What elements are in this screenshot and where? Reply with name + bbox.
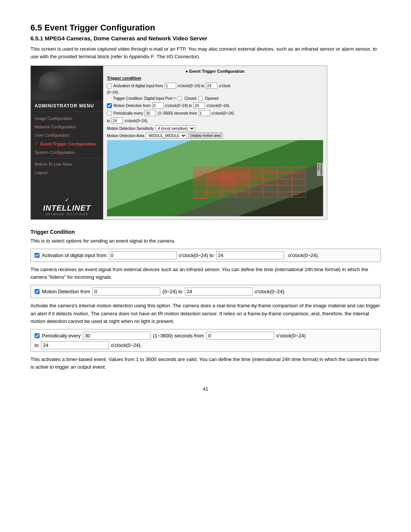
motion-to-input[interactable] — [193, 102, 205, 109]
camera-preview: onnectionermin — [107, 140, 323, 216]
activation-oclock2: o'clock — [219, 84, 230, 88]
trigger-condition-text: This is to select options for sending an… — [30, 237, 381, 245]
activation-suffix: (0~24). — [107, 90, 119, 94]
periodic-to-suffix: o'clock(0~24). — [124, 119, 148, 123]
opened-label: Opened — [205, 96, 219, 101]
periodic-to-row: to o'clock(0~24). — [107, 118, 323, 124]
motion-description: Activate the camera's internal motion de… — [30, 302, 381, 325]
area-row: Motion Detection Area MIDDLE_MIDDLE Disp… — [107, 133, 323, 139]
periodic-info-row1: Periodically every (1~3600) seconds from… — [35, 332, 376, 340]
sidebar-logo: ✓ INTELLINET NETWORK SOLUTIONS — [31, 193, 103, 219]
periodic-box-every[interactable] — [83, 332, 151, 340]
motion-label: Motion Detection from — [113, 104, 151, 108]
panel-title: Event Trigger Configuration — [107, 69, 323, 73]
periodic-box-suffix: o'clock(0~24). — [111, 342, 142, 348]
camera-image — [31, 66, 103, 100]
periodic-oclock: o'clock(0~24) — [212, 111, 234, 115]
periodic-box-to-label: to — [35, 342, 39, 348]
section-title: 6.5 Event Trigger Configuration — [30, 23, 381, 33]
motion-info-box: Motion Detection from (0~24) to o'clock(… — [30, 285, 381, 298]
motion-row: Motion Detection from o'clock(0~24) to o… — [107, 102, 323, 109]
intro-text: This screen is used to receive captured … — [30, 45, 381, 60]
activation-oclock1: o'clock(0~24) to — [178, 84, 205, 88]
sensitivity-row: Motion Detection Sensitivity 4 (most sen… — [107, 125, 323, 131]
periodic-description: This activates a timer-based event. Valu… — [30, 356, 381, 371]
periodic-box-oclock: o'clock(0~24) — [276, 333, 306, 339]
periodic-box-from[interactable] — [206, 332, 274, 340]
sidebar-divider — [31, 158, 103, 158]
camera-silhouette — [38, 72, 69, 94]
activation-box-to[interactable] — [216, 251, 284, 259]
sidebar: Administrator Menu Image Configuration N… — [31, 66, 103, 219]
preview-side-text: onnectionermin — [317, 163, 323, 176]
ui-screenshot: Administrator Menu Image Configuration N… — [30, 66, 327, 220]
activation-box-label: Activation of digital input from — [42, 252, 107, 258]
sidebar-item-network-config[interactable]: Network Configuration — [31, 123, 103, 131]
periodic-to-label: to — [107, 119, 110, 123]
closed-radio[interactable] — [177, 96, 182, 101]
sidebar-item-system-config[interactable]: System Configuration — [31, 148, 103, 157]
opened-radio[interactable] — [198, 96, 203, 101]
trigger-condition-label: Trigger condition — [107, 76, 323, 80]
periodic-checkbox[interactable] — [107, 111, 112, 116]
sensitivity-label: Motion Detection Sensitivity — [107, 126, 154, 131]
periodic-box-checkbox[interactable] — [35, 333, 40, 338]
closed-label: Closed — [184, 96, 196, 101]
logo-checkmark: ✓ — [35, 197, 99, 203]
motion-from-input[interactable] — [152, 102, 164, 109]
periodic-info-box: Periodically every (1~3600) seconds from… — [30, 329, 381, 352]
activation-box-suffix: o'clock(0~24). — [288, 252, 319, 258]
motion-box-from[interactable] — [92, 288, 160, 296]
periodic-from-input[interactable] — [199, 110, 210, 116]
page-number: 41 — [30, 386, 381, 392]
intellinet-logo-text: INTELLINET — [35, 204, 99, 212]
activation-box-from[interactable] — [109, 251, 177, 259]
motion-grid — [193, 167, 306, 199]
periodic-val-input[interactable] — [145, 110, 156, 116]
area-select[interactable]: MIDDLE_MIDDLE — [146, 133, 187, 139]
subsection-title: 6.5.1 MPEG4 Cameras, Dome Cameras and Ne… — [30, 35, 381, 42]
periodic-info-row2: to o'clock(0~24). — [35, 341, 376, 349]
sidebar-item-user-config[interactable]: User Configuration — [31, 131, 103, 139]
periodic-box-label: Periodically every — [42, 333, 81, 339]
activation-to-input[interactable] — [206, 83, 217, 89]
trigger-condition-heading: Trigger Condition — [30, 229, 381, 235]
sidebar-item-logout[interactable]: Logout — [31, 168, 103, 177]
motion-box-checkbox[interactable] — [35, 289, 40, 294]
periodic-to-input[interactable] — [112, 118, 123, 124]
periodic-box-range: (1~3600) seconds from — [153, 333, 204, 339]
motion-box-to[interactable] — [185, 288, 253, 296]
sidebar-nav: Image Configuration Network Configuratio… — [31, 112, 103, 179]
trigger-port-row: Trigger Condition: Digital Input Port = … — [107, 96, 323, 101]
periodic-box-to[interactable] — [41, 341, 109, 349]
opened-radio-label: Opened — [198, 96, 219, 101]
activation-info-box: Activation of digital input from o'clock… — [30, 249, 381, 262]
activation-box-oclock: o'clock(0~24) to — [179, 252, 214, 258]
area-label: Motion Detection Area — [107, 134, 144, 138]
motion-suffix: o'clock(0~24). — [206, 104, 230, 108]
camera-preview-image: onnectionermin — [107, 140, 323, 216]
periodic-label: Periodically every — [113, 111, 143, 115]
activation-row: Activation of digital input from o'clock… — [107, 83, 323, 89]
activation-suffix-row: (0~24). — [107, 90, 323, 94]
motion-box-suffix: o'clock(0~24). — [255, 289, 286, 294]
activation-box-checkbox[interactable] — [35, 253, 40, 258]
admin-menu-title: Administrator Menu — [31, 100, 103, 112]
motion-range: o'clock(0~24) to — [165, 104, 192, 108]
trigger-port-label: Trigger Condition: Digital Input Port = — [113, 96, 175, 101]
sidebar-item-event-trigger[interactable]: Event Trigger Configuration — [31, 139, 103, 148]
activation-label: Activation of digital input from — [113, 84, 163, 88]
sidebar-item-live-view[interactable]: Return To Live View — [31, 160, 103, 168]
activation-checkbox[interactable] — [107, 83, 112, 88]
intellinet-sub-text: NETWORK SOLUTIONS — [35, 213, 99, 216]
main-panel: Event Trigger Configuration Trigger cond… — [103, 66, 327, 219]
activation-description: The camera receives an event signal from… — [30, 266, 381, 281]
activation-from-input[interactable] — [165, 83, 176, 89]
display-motion-button[interactable]: Display motion area — [188, 133, 223, 139]
closed-radio-label: Closed — [177, 96, 196, 101]
sensitivity-select[interactable]: 4 (most sensitive) — [155, 125, 195, 131]
motion-checkbox[interactable] — [107, 103, 112, 108]
sidebar-item-image-config[interactable]: Image Configuration — [31, 114, 103, 123]
motion-box-label: Motion Detection from — [42, 289, 90, 294]
periodic-range: (1~3600) seconds from — [158, 111, 197, 115]
